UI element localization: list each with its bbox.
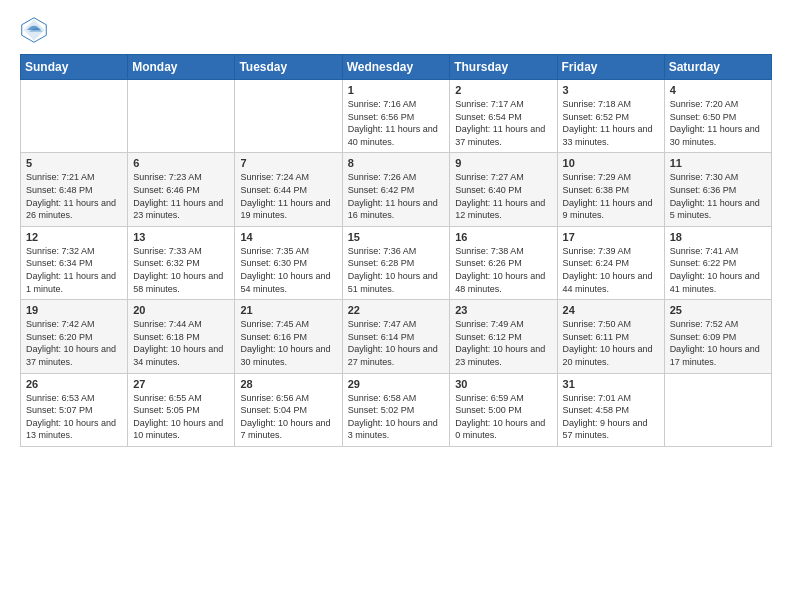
calendar-week-row: 12Sunrise: 7:32 AM Sunset: 6:34 PM Dayli…	[21, 226, 772, 299]
table-row: 1Sunrise: 7:16 AM Sunset: 6:56 PM Daylig…	[342, 80, 450, 153]
header-wednesday: Wednesday	[342, 55, 450, 80]
day-info: Sunrise: 6:58 AM Sunset: 5:02 PM Dayligh…	[348, 392, 445, 442]
table-row: 2Sunrise: 7:17 AM Sunset: 6:54 PM Daylig…	[450, 80, 557, 153]
day-info: Sunrise: 7:01 AM Sunset: 4:58 PM Dayligh…	[563, 392, 659, 442]
calendar-week-row: 19Sunrise: 7:42 AM Sunset: 6:20 PM Dayli…	[21, 300, 772, 373]
day-info: Sunrise: 7:16 AM Sunset: 6:56 PM Dayligh…	[348, 98, 445, 148]
table-row: 27Sunrise: 6:55 AM Sunset: 5:05 PM Dayli…	[128, 373, 235, 446]
day-info: Sunrise: 7:20 AM Sunset: 6:50 PM Dayligh…	[670, 98, 766, 148]
day-number: 6	[133, 157, 229, 169]
table-row: 13Sunrise: 7:33 AM Sunset: 6:32 PM Dayli…	[128, 226, 235, 299]
table-row	[128, 80, 235, 153]
day-number: 30	[455, 378, 551, 390]
table-row: 19Sunrise: 7:42 AM Sunset: 6:20 PM Dayli…	[21, 300, 128, 373]
day-number: 10	[563, 157, 659, 169]
table-row: 9Sunrise: 7:27 AM Sunset: 6:40 PM Daylig…	[450, 153, 557, 226]
table-row: 7Sunrise: 7:24 AM Sunset: 6:44 PM Daylig…	[235, 153, 342, 226]
day-info: Sunrise: 7:41 AM Sunset: 6:22 PM Dayligh…	[670, 245, 766, 295]
day-number: 11	[670, 157, 766, 169]
day-number: 4	[670, 84, 766, 96]
day-info: Sunrise: 7:29 AM Sunset: 6:38 PM Dayligh…	[563, 171, 659, 221]
table-row: 26Sunrise: 6:53 AM Sunset: 5:07 PM Dayli…	[21, 373, 128, 446]
day-info: Sunrise: 7:52 AM Sunset: 6:09 PM Dayligh…	[670, 318, 766, 368]
table-row: 21Sunrise: 7:45 AM Sunset: 6:16 PM Dayli…	[235, 300, 342, 373]
weekday-header-row: Sunday Monday Tuesday Wednesday Thursday…	[21, 55, 772, 80]
table-row: 29Sunrise: 6:58 AM Sunset: 5:02 PM Dayli…	[342, 373, 450, 446]
day-number: 19	[26, 304, 122, 316]
table-row: 22Sunrise: 7:47 AM Sunset: 6:14 PM Dayli…	[342, 300, 450, 373]
header-saturday: Saturday	[664, 55, 771, 80]
table-row: 18Sunrise: 7:41 AM Sunset: 6:22 PM Dayli…	[664, 226, 771, 299]
table-row: 15Sunrise: 7:36 AM Sunset: 6:28 PM Dayli…	[342, 226, 450, 299]
table-row: 14Sunrise: 7:35 AM Sunset: 6:30 PM Dayli…	[235, 226, 342, 299]
day-number: 15	[348, 231, 445, 243]
day-number: 18	[670, 231, 766, 243]
day-info: Sunrise: 7:27 AM Sunset: 6:40 PM Dayligh…	[455, 171, 551, 221]
day-number: 20	[133, 304, 229, 316]
day-info: Sunrise: 7:47 AM Sunset: 6:14 PM Dayligh…	[348, 318, 445, 368]
header-thursday: Thursday	[450, 55, 557, 80]
day-info: Sunrise: 6:56 AM Sunset: 5:04 PM Dayligh…	[240, 392, 336, 442]
logo	[20, 16, 52, 44]
header	[20, 16, 772, 44]
day-number: 25	[670, 304, 766, 316]
day-number: 7	[240, 157, 336, 169]
table-row: 5Sunrise: 7:21 AM Sunset: 6:48 PM Daylig…	[21, 153, 128, 226]
table-row: 28Sunrise: 6:56 AM Sunset: 5:04 PM Dayli…	[235, 373, 342, 446]
day-info: Sunrise: 6:53 AM Sunset: 5:07 PM Dayligh…	[26, 392, 122, 442]
day-info: Sunrise: 6:55 AM Sunset: 5:05 PM Dayligh…	[133, 392, 229, 442]
table-row: 30Sunrise: 6:59 AM Sunset: 5:00 PM Dayli…	[450, 373, 557, 446]
table-row: 16Sunrise: 7:38 AM Sunset: 6:26 PM Dayli…	[450, 226, 557, 299]
table-row: 31Sunrise: 7:01 AM Sunset: 4:58 PM Dayli…	[557, 373, 664, 446]
day-number: 28	[240, 378, 336, 390]
day-info: Sunrise: 7:23 AM Sunset: 6:46 PM Dayligh…	[133, 171, 229, 221]
day-number: 1	[348, 84, 445, 96]
day-number: 3	[563, 84, 659, 96]
table-row: 6Sunrise: 7:23 AM Sunset: 6:46 PM Daylig…	[128, 153, 235, 226]
day-info: Sunrise: 7:18 AM Sunset: 6:52 PM Dayligh…	[563, 98, 659, 148]
day-info: Sunrise: 7:45 AM Sunset: 6:16 PM Dayligh…	[240, 318, 336, 368]
day-number: 23	[455, 304, 551, 316]
day-info: Sunrise: 7:30 AM Sunset: 6:36 PM Dayligh…	[670, 171, 766, 221]
table-row: 25Sunrise: 7:52 AM Sunset: 6:09 PM Dayli…	[664, 300, 771, 373]
day-number: 26	[26, 378, 122, 390]
table-row	[21, 80, 128, 153]
header-tuesday: Tuesday	[235, 55, 342, 80]
day-info: Sunrise: 7:36 AM Sunset: 6:28 PM Dayligh…	[348, 245, 445, 295]
table-row: 3Sunrise: 7:18 AM Sunset: 6:52 PM Daylig…	[557, 80, 664, 153]
day-number: 12	[26, 231, 122, 243]
calendar-week-row: 1Sunrise: 7:16 AM Sunset: 6:56 PM Daylig…	[21, 80, 772, 153]
day-number: 17	[563, 231, 659, 243]
logo-icon	[20, 16, 48, 44]
day-number: 22	[348, 304, 445, 316]
day-number: 24	[563, 304, 659, 316]
table-row: 10Sunrise: 7:29 AM Sunset: 6:38 PM Dayli…	[557, 153, 664, 226]
day-number: 14	[240, 231, 336, 243]
day-number: 5	[26, 157, 122, 169]
day-info: Sunrise: 7:49 AM Sunset: 6:12 PM Dayligh…	[455, 318, 551, 368]
day-info: Sunrise: 7:50 AM Sunset: 6:11 PM Dayligh…	[563, 318, 659, 368]
day-number: 13	[133, 231, 229, 243]
page: Sunday Monday Tuesday Wednesday Thursday…	[0, 0, 792, 463]
day-info: Sunrise: 7:32 AM Sunset: 6:34 PM Dayligh…	[26, 245, 122, 295]
day-info: Sunrise: 7:26 AM Sunset: 6:42 PM Dayligh…	[348, 171, 445, 221]
table-row: 12Sunrise: 7:32 AM Sunset: 6:34 PM Dayli…	[21, 226, 128, 299]
day-info: Sunrise: 7:17 AM Sunset: 6:54 PM Dayligh…	[455, 98, 551, 148]
day-info: Sunrise: 7:38 AM Sunset: 6:26 PM Dayligh…	[455, 245, 551, 295]
day-number: 8	[348, 157, 445, 169]
day-info: Sunrise: 7:35 AM Sunset: 6:30 PM Dayligh…	[240, 245, 336, 295]
header-sunday: Sunday	[21, 55, 128, 80]
day-number: 21	[240, 304, 336, 316]
day-number: 9	[455, 157, 551, 169]
calendar: Sunday Monday Tuesday Wednesday Thursday…	[20, 54, 772, 447]
table-row: 17Sunrise: 7:39 AM Sunset: 6:24 PM Dayli…	[557, 226, 664, 299]
table-row	[235, 80, 342, 153]
day-info: Sunrise: 7:39 AM Sunset: 6:24 PM Dayligh…	[563, 245, 659, 295]
table-row: 11Sunrise: 7:30 AM Sunset: 6:36 PM Dayli…	[664, 153, 771, 226]
table-row: 24Sunrise: 7:50 AM Sunset: 6:11 PM Dayli…	[557, 300, 664, 373]
day-info: Sunrise: 7:44 AM Sunset: 6:18 PM Dayligh…	[133, 318, 229, 368]
calendar-week-row: 26Sunrise: 6:53 AM Sunset: 5:07 PM Dayli…	[21, 373, 772, 446]
header-monday: Monday	[128, 55, 235, 80]
day-info: Sunrise: 7:42 AM Sunset: 6:20 PM Dayligh…	[26, 318, 122, 368]
day-info: Sunrise: 6:59 AM Sunset: 5:00 PM Dayligh…	[455, 392, 551, 442]
